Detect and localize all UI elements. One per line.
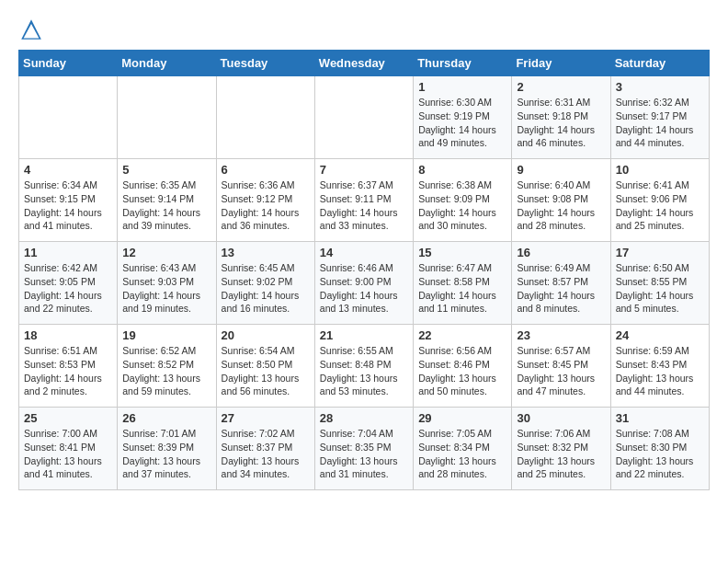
calendar-cell: 19Sunrise: 6:52 AM Sunset: 8:52 PM Dayli… xyxy=(118,325,216,408)
day-number: 22 xyxy=(418,328,506,342)
day-number: 14 xyxy=(320,246,408,259)
day-info: Sunrise: 6:34 AM Sunset: 9:15 PM Dayligh… xyxy=(24,178,112,233)
day-info: Sunrise: 6:41 AM Sunset: 9:06 PM Dayligh… xyxy=(616,178,704,233)
day-number: 15 xyxy=(418,246,506,259)
day-info: Sunrise: 6:45 AM Sunset: 9:02 PM Dayligh… xyxy=(222,261,310,316)
day-info: Sunrise: 6:52 AM Sunset: 8:52 PM Dayligh… xyxy=(122,344,210,398)
calendar-cell: 26Sunrise: 7:01 AM Sunset: 8:39 PM Dayli… xyxy=(118,408,216,490)
day-info: Sunrise: 6:46 AM Sunset: 9:00 PM Dayligh… xyxy=(320,261,408,316)
day-info: Sunrise: 6:31 AM Sunset: 9:18 PM Dayligh… xyxy=(517,96,605,150)
calendar-cell: 14Sunrise: 6:46 AM Sunset: 9:00 PM Dayli… xyxy=(314,242,413,325)
day-info: Sunrise: 6:56 AM Sunset: 8:46 PM Dayligh… xyxy=(418,344,506,398)
day-number: 19 xyxy=(122,328,210,342)
logo xyxy=(18,18,42,40)
calendar-cell: 24Sunrise: 6:59 AM Sunset: 8:43 PM Dayli… xyxy=(610,325,709,408)
logo-icon xyxy=(20,18,42,40)
calendar-week-row: 1Sunrise: 6:30 AM Sunset: 9:19 PM Daylig… xyxy=(19,76,710,159)
day-info: Sunrise: 6:43 AM Sunset: 9:03 PM Dayligh… xyxy=(122,261,210,316)
calendar-cell: 18Sunrise: 6:51 AM Sunset: 8:53 PM Dayli… xyxy=(19,325,118,408)
day-info: Sunrise: 6:59 AM Sunset: 8:43 PM Dayligh… xyxy=(616,344,704,398)
day-info: Sunrise: 6:40 AM Sunset: 9:08 PM Dayligh… xyxy=(517,178,605,233)
weekday-header-row: SundayMondayTuesdayWednesdayThursdayFrid… xyxy=(19,51,710,76)
calendar-cell: 8Sunrise: 6:38 AM Sunset: 9:09 PM Daylig… xyxy=(414,159,512,242)
day-info: Sunrise: 6:50 AM Sunset: 8:55 PM Dayligh… xyxy=(616,261,704,316)
day-info: Sunrise: 7:02 AM Sunset: 8:37 PM Dayligh… xyxy=(222,427,310,481)
calendar-cell: 3Sunrise: 6:32 AM Sunset: 9:17 PM Daylig… xyxy=(610,76,709,159)
calendar-cell: 21Sunrise: 6:55 AM Sunset: 8:48 PM Dayli… xyxy=(314,325,413,408)
day-number: 31 xyxy=(616,411,704,425)
day-number: 1 xyxy=(418,80,506,94)
day-number: 24 xyxy=(616,328,704,342)
day-number: 9 xyxy=(517,163,605,177)
calendar-table: SundayMondayTuesdayWednesdayThursdayFrid… xyxy=(18,50,710,490)
calendar-cell: 22Sunrise: 6:56 AM Sunset: 8:46 PM Dayli… xyxy=(414,325,512,408)
calendar-cell: 28Sunrise: 7:04 AM Sunset: 8:35 PM Dayli… xyxy=(314,408,413,490)
calendar-cell: 15Sunrise: 6:47 AM Sunset: 8:58 PM Dayli… xyxy=(414,242,512,325)
calendar-cell: 17Sunrise: 6:50 AM Sunset: 8:55 PM Dayli… xyxy=(610,242,709,325)
calendar-cell: 13Sunrise: 6:45 AM Sunset: 9:02 PM Dayli… xyxy=(216,242,314,325)
day-number: 4 xyxy=(24,163,112,177)
day-number: 18 xyxy=(24,328,112,342)
calendar-cell: 4Sunrise: 6:34 AM Sunset: 9:15 PM Daylig… xyxy=(19,159,118,242)
day-number: 16 xyxy=(517,246,605,259)
day-info: Sunrise: 7:00 AM Sunset: 8:41 PM Dayligh… xyxy=(24,427,112,481)
calendar-cell: 30Sunrise: 7:06 AM Sunset: 8:32 PM Dayli… xyxy=(512,408,610,490)
day-info: Sunrise: 6:38 AM Sunset: 9:09 PM Dayligh… xyxy=(418,178,506,233)
day-number: 11 xyxy=(24,246,112,259)
day-number: 2 xyxy=(517,80,605,94)
day-info: Sunrise: 6:42 AM Sunset: 9:05 PM Dayligh… xyxy=(24,261,112,316)
day-number: 28 xyxy=(320,411,408,425)
calendar-cell xyxy=(314,76,413,159)
calendar-cell: 11Sunrise: 6:42 AM Sunset: 9:05 PM Dayli… xyxy=(19,242,118,325)
calendar-cell: 12Sunrise: 6:43 AM Sunset: 9:03 PM Dayli… xyxy=(118,242,216,325)
day-number: 13 xyxy=(222,246,310,259)
weekday-header: Friday xyxy=(512,51,610,76)
calendar-cell: 27Sunrise: 7:02 AM Sunset: 8:37 PM Dayli… xyxy=(216,408,314,490)
day-info: Sunrise: 7:04 AM Sunset: 8:35 PM Dayligh… xyxy=(320,427,408,481)
day-number: 6 xyxy=(222,163,310,177)
calendar-week-row: 18Sunrise: 6:51 AM Sunset: 8:53 PM Dayli… xyxy=(19,325,710,408)
weekday-header: Sunday xyxy=(19,51,118,76)
calendar-cell xyxy=(118,76,216,159)
calendar-week-row: 11Sunrise: 6:42 AM Sunset: 9:05 PM Dayli… xyxy=(19,242,710,325)
day-number: 23 xyxy=(517,328,605,342)
day-info: Sunrise: 6:32 AM Sunset: 9:17 PM Dayligh… xyxy=(616,96,704,150)
day-number: 8 xyxy=(418,163,506,177)
day-number: 21 xyxy=(320,328,408,342)
day-info: Sunrise: 7:01 AM Sunset: 8:39 PM Dayligh… xyxy=(122,427,210,481)
calendar-cell: 5Sunrise: 6:35 AM Sunset: 9:14 PM Daylig… xyxy=(118,159,216,242)
calendar-cell: 10Sunrise: 6:41 AM Sunset: 9:06 PM Dayli… xyxy=(610,159,709,242)
day-info: Sunrise: 7:08 AM Sunset: 8:30 PM Dayligh… xyxy=(616,427,704,481)
day-number: 5 xyxy=(122,163,210,177)
weekday-header: Thursday xyxy=(414,51,512,76)
day-number: 27 xyxy=(222,411,310,425)
weekday-header: Wednesday xyxy=(314,51,413,76)
day-info: Sunrise: 6:55 AM Sunset: 8:48 PM Dayligh… xyxy=(320,344,408,398)
day-info: Sunrise: 6:35 AM Sunset: 9:14 PM Dayligh… xyxy=(122,178,210,233)
calendar-cell: 2Sunrise: 6:31 AM Sunset: 9:18 PM Daylig… xyxy=(512,76,610,159)
calendar-cell: 23Sunrise: 6:57 AM Sunset: 8:45 PM Dayli… xyxy=(512,325,610,408)
calendar-cell: 29Sunrise: 7:05 AM Sunset: 8:34 PM Dayli… xyxy=(414,408,512,490)
day-number: 10 xyxy=(616,163,704,177)
calendar-week-row: 4Sunrise: 6:34 AM Sunset: 9:15 PM Daylig… xyxy=(19,159,710,242)
day-number: 29 xyxy=(418,411,506,425)
day-number: 30 xyxy=(517,411,605,425)
page-header xyxy=(18,18,710,40)
calendar-cell: 31Sunrise: 7:08 AM Sunset: 8:30 PM Dayli… xyxy=(610,408,709,490)
day-info: Sunrise: 7:06 AM Sunset: 8:32 PM Dayligh… xyxy=(517,427,605,481)
day-info: Sunrise: 6:49 AM Sunset: 8:57 PM Dayligh… xyxy=(517,261,605,316)
day-info: Sunrise: 7:05 AM Sunset: 8:34 PM Dayligh… xyxy=(418,427,506,481)
calendar-cell: 6Sunrise: 6:36 AM Sunset: 9:12 PM Daylig… xyxy=(216,159,314,242)
day-number: 17 xyxy=(616,246,704,259)
day-number: 12 xyxy=(122,246,210,259)
calendar-cell: 16Sunrise: 6:49 AM Sunset: 8:57 PM Dayli… xyxy=(512,242,610,325)
calendar-cell: 9Sunrise: 6:40 AM Sunset: 9:08 PM Daylig… xyxy=(512,159,610,242)
day-info: Sunrise: 6:30 AM Sunset: 9:19 PM Dayligh… xyxy=(418,96,506,150)
day-info: Sunrise: 6:57 AM Sunset: 8:45 PM Dayligh… xyxy=(517,344,605,398)
day-number: 25 xyxy=(24,411,112,425)
calendar-cell: 25Sunrise: 7:00 AM Sunset: 8:41 PM Dayli… xyxy=(19,408,118,490)
day-number: 20 xyxy=(222,328,310,342)
day-info: Sunrise: 6:54 AM Sunset: 8:50 PM Dayligh… xyxy=(222,344,310,398)
weekday-header: Saturday xyxy=(610,51,709,76)
calendar-cell: 20Sunrise: 6:54 AM Sunset: 8:50 PM Dayli… xyxy=(216,325,314,408)
